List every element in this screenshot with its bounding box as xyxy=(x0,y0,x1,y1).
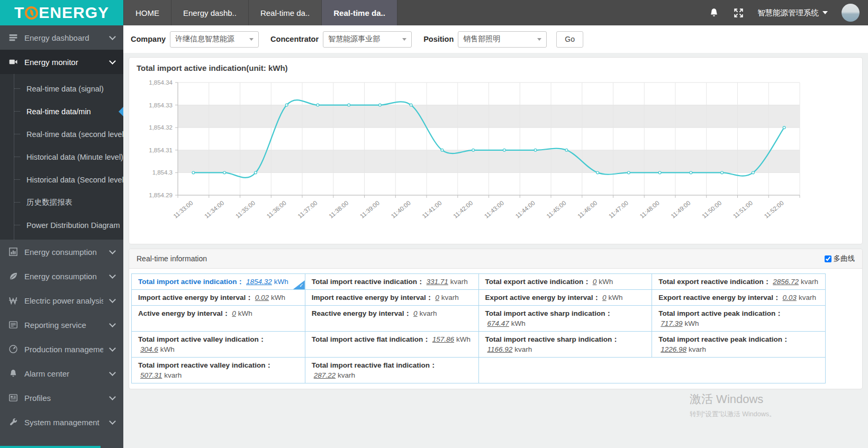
metric-value: 1854.32 xyxy=(246,278,272,286)
metric-unit: kvarh xyxy=(799,294,816,301)
svg-text:11:47:00: 11:47:00 xyxy=(608,199,629,219)
metric-value: 0 xyxy=(413,309,418,317)
metric-label: Total import reactive sharp indication： xyxy=(485,335,619,343)
rt-cell-total-import-reactive-sharp-indication[interactable]: Total import reactive sharp indication：1… xyxy=(478,332,652,358)
multi-curve-checkbox[interactable] xyxy=(825,255,831,262)
multi-curve-toggle[interactable]: 多曲线 xyxy=(825,254,855,263)
metric-unit: kvarh xyxy=(689,345,706,353)
svg-text:1,854.33: 1,854.33 xyxy=(149,102,173,108)
metric-label: Export active energy by interval： xyxy=(485,294,601,301)
rt-cell-import-reactive-energy-by-interval[interactable]: Import reactive energy by interval：0kvar… xyxy=(305,290,478,306)
metric-label: Import active energy by interval： xyxy=(138,294,253,301)
sidebar-subitem-real-time-data-signal[interactable]: Real-time data (signal) xyxy=(0,77,123,100)
svg-text:1,854.31: 1,854.31 xyxy=(149,147,173,153)
sidebar-item-electric-power-analysis[interactable]: Electric power analysis xyxy=(0,288,123,313)
rt-cell-reactive-energy-by-interval[interactable]: Reactive energy by interval：0kvarh xyxy=(305,306,478,332)
sidebar-item-profiles[interactable]: Profiles xyxy=(0,386,123,410)
rt-cell-total-export-reactive-indication[interactable]: Total export reactive indication：2856.72… xyxy=(652,274,826,290)
tab-energy-dashb-1[interactable]: Energy dashb.. xyxy=(171,0,248,25)
sidebar-item-energy-consumption[interactable]: Energy consumption xyxy=(0,264,123,288)
dropdown-caret-icon xyxy=(249,38,254,41)
sidebar-subitem-historical-data-second-level[interactable]: Historical data (Second level) xyxy=(0,168,123,191)
rt-cell-empty xyxy=(478,358,826,383)
metric-value: 717.39 xyxy=(661,319,682,327)
system-menu[interactable]: 智慧能源管理系统 xyxy=(757,8,828,18)
tab-real-time-da-3[interactable]: Real-time da.. xyxy=(321,0,397,25)
metric-value: 2856.72 xyxy=(773,278,799,286)
power-icon xyxy=(9,296,17,305)
metric-label: Total import reactive peak indication： xyxy=(658,335,789,343)
metric-label: Reactive energy by interval： xyxy=(312,309,411,317)
sidebar-item-reporting-service[interactable]: Reporting service xyxy=(0,313,123,337)
rt-cell-total-export-active-indication[interactable]: Total export active indication：0kWh xyxy=(478,274,652,290)
metric-unit: kvarh xyxy=(514,345,532,353)
rt-cell-total-import-active-indication[interactable]: Total import active indication：1854.32kW… xyxy=(132,274,305,290)
sidebar-subitem-power-distribution-diagram[interactable]: Power Distribution Diagram xyxy=(0,214,123,236)
rt-cell-total-import-active-valley-indication[interactable]: Total import active valley indication：30… xyxy=(132,332,305,358)
system-menu-label: 智慧能源管理系统 xyxy=(757,8,819,18)
metric-label: Export reactive energy by interval： xyxy=(658,294,780,301)
rt-cell-export-reactive-energy-by-interval[interactable]: Export reactive energy by interval：0.03k… xyxy=(652,290,826,306)
metric-value: 0 xyxy=(435,294,439,301)
rt-cell-total-import-reactive-indication[interactable]: Total import reactive indication：331.71k… xyxy=(305,274,478,290)
rt-cell-total-import-active-flat-indication[interactable]: Total import active flat indication：157.… xyxy=(305,332,478,358)
sidebar-subitem-historical-data-minute-level[interactable]: Historical data (Minute level) xyxy=(0,145,123,168)
chevron-down-icon xyxy=(109,321,116,327)
realtime-info-body: Total import active indication：1854.32kW… xyxy=(129,269,862,389)
rt-cell-import-active-energy-by-interval[interactable]: Import active energy by interval：0.02kWh xyxy=(132,290,305,306)
chart-title: Total import active indication(unit: kWh… xyxy=(135,62,858,75)
tab-home-0[interactable]: HOME xyxy=(123,0,171,25)
tab-real-time-da-2[interactable]: Real-time da.. xyxy=(248,0,321,25)
metric-unit: kWh xyxy=(511,319,526,327)
metric-value: 0 xyxy=(602,294,607,301)
concentrator-select[interactable]: 智慧能源事业部 xyxy=(323,31,412,48)
sidebar-subitem-历史数据报表[interactable]: 历史数据报表 xyxy=(0,191,123,214)
metric-unit: kvarh xyxy=(420,309,437,317)
metric-value: 507.31 xyxy=(140,371,162,379)
svg-text:11:41:00: 11:41:00 xyxy=(421,199,442,219)
svg-text:11:51:00: 11:51:00 xyxy=(732,199,754,219)
sidebar-item-energy-consumption[interactable]: Energy consumption xyxy=(0,240,123,264)
rt-cell-export-active-energy-by-interval[interactable]: Export active energy by interval：0kWh xyxy=(478,290,652,306)
avatar[interactable] xyxy=(842,4,860,22)
submenu-energy-monitor: Real-time data (signal)Real-time data/mi… xyxy=(0,74,123,240)
metric-value: 331.71 xyxy=(427,278,448,286)
sidebar-item-energy-dashboard[interactable]: Energy dashboard xyxy=(0,25,123,50)
sidebar-item-label: Energy consumption xyxy=(24,272,97,281)
sidebar-item-alarm-center[interactable]: Alarm center xyxy=(0,361,123,386)
metric-unit: kWh xyxy=(685,319,699,327)
go-button[interactable]: Go xyxy=(556,31,583,48)
rt-cell-active-energy-by-interval[interactable]: Active energy by interval：0kWh xyxy=(132,306,305,332)
sidebar-item-production-management[interactable]: Production management xyxy=(0,337,123,361)
chevron-down-icon xyxy=(109,369,116,376)
bell-icon xyxy=(9,369,17,378)
svg-text:11:42:00: 11:42:00 xyxy=(452,199,474,219)
sidebar-item-system-management[interactable]: System management xyxy=(0,410,123,434)
metric-value: 0.02 xyxy=(255,294,269,301)
position-select[interactable]: 销售部照明 xyxy=(458,31,547,48)
header-actions: 智慧能源管理系统 xyxy=(709,0,868,25)
rt-cell-total-import-reactive-flat-indication[interactable]: Total import reactive flat indication：28… xyxy=(305,358,478,383)
bell-icon[interactable] xyxy=(709,7,719,18)
metric-value: 0 xyxy=(593,278,597,286)
sidebar-subitem-real-time-data-second-level[interactable]: Real-time data (second level) xyxy=(0,123,123,145)
dropdown-caret-icon xyxy=(537,38,541,41)
logo-leaf-icon xyxy=(25,6,38,20)
rt-cell-total-import-reactive-peak-indication[interactable]: Total import reactive peak indication：12… xyxy=(652,332,826,358)
sidebar-nav: Energy dashboardEnergy monitorReal-time … xyxy=(0,25,123,448)
metric-value: 157.86 xyxy=(432,335,454,343)
chevron-down-icon xyxy=(109,418,116,425)
fullscreen-icon[interactable] xyxy=(733,7,744,18)
multi-curve-label: 多曲线 xyxy=(834,254,855,263)
company-select[interactable]: 许继信息智慧能源 xyxy=(170,31,259,48)
sidebar-item-energy-monitor[interactable]: Energy monitor xyxy=(0,50,123,74)
metric-unit: kvarh xyxy=(801,278,818,286)
wrench-icon xyxy=(9,418,17,426)
sidebar-subitem-real-time-data-min[interactable]: Real-time data/min xyxy=(0,100,123,123)
chevron-down-icon xyxy=(109,345,116,352)
rt-cell-total-import-active-sharp-indication[interactable]: Total import active sharp indication：674… xyxy=(478,306,652,332)
rt-cell-total-import-active-peak-indication[interactable]: Total import active peak indication：717.… xyxy=(652,306,826,332)
watermark-line1: 激活 Windows xyxy=(690,391,776,407)
rt-cell-total-import-reactive-valley-indication[interactable]: Total import reactive valley indication：… xyxy=(132,358,305,383)
report-icon xyxy=(9,321,17,329)
